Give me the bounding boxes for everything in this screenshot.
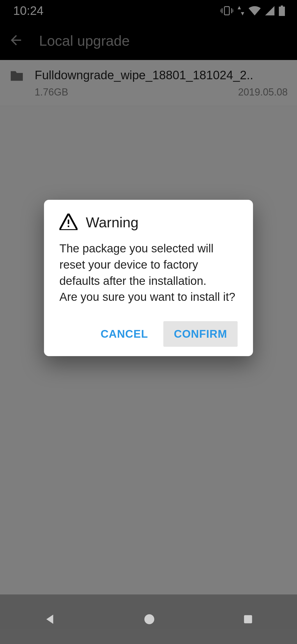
- dialog-body: The package you selected will reset your…: [59, 241, 238, 305]
- cancel-button[interactable]: CANCEL: [90, 321, 159, 347]
- warning-dialog: Warning The package you selected will re…: [44, 200, 253, 356]
- modal-overlay[interactable]: Warning The package you selected will re…: [0, 0, 297, 644]
- warning-icon: [59, 214, 78, 231]
- svg-rect-12: [244, 615, 252, 623]
- svg-rect-10: [68, 226, 69, 227]
- svg-rect-9: [68, 220, 69, 224]
- nav-back-button[interactable]: [43, 612, 57, 626]
- confirm-button[interactable]: CONFIRM: [163, 321, 238, 347]
- nav-home-button[interactable]: [143, 613, 156, 626]
- dialog-title: Warning: [86, 214, 139, 231]
- navigation-bar: [0, 594, 297, 644]
- svg-point-11: [144, 614, 154, 624]
- screen: 10:24: [0, 0, 297, 644]
- nav-recent-button[interactable]: [242, 613, 254, 625]
